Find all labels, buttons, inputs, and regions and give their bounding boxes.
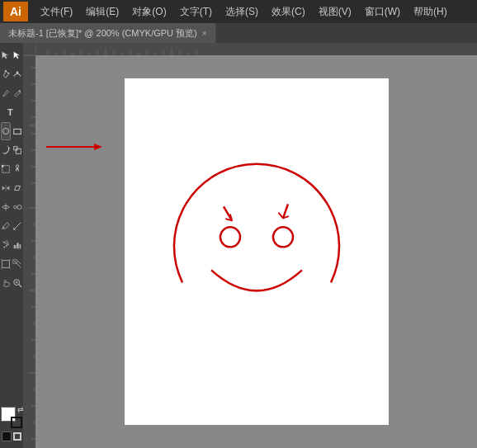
warp-tool-row [1,160,22,178]
eyedropper-tool-row [1,217,22,235]
svg-point-68 [220,227,240,247]
paintbrush-tool[interactable] [1,84,11,102]
canvas-page [125,78,389,425]
svg-rect-4 [14,129,21,134]
svg-point-10 [14,205,17,208]
tab-strip: 未标题-1 [已恢复]* @ 200% (CMYK/GPU 预览) × [0,23,477,43]
direct-selection-tool[interactable] [12,46,22,64]
free-transform-tool[interactable] [1,160,11,178]
brush-tool-row [1,84,22,102]
svg-rect-18 [2,261,10,268]
symbol-spray-tool[interactable] [1,236,11,254]
svg-point-9 [16,165,18,167]
svg-rect-16 [17,243,19,248]
rotate-tool[interactable] [1,141,11,159]
shape-tool-row [1,122,22,140]
svg-rect-21 [23,43,477,55]
curvature-tool[interactable] [12,65,22,83]
reflect-tool[interactable] [1,179,11,197]
selection-tool[interactable] [1,46,11,64]
blend-tool[interactable] [12,198,22,216]
svg-point-14 [7,243,9,245]
menu-view[interactable]: 视图(V) [313,3,357,21]
main-area: T [0,43,477,448]
svg-point-3 [2,128,8,134]
color-boxes[interactable]: ⇄ [1,407,22,428]
menu-type[interactable]: 文字(T) [174,3,218,21]
menu-help[interactable]: 帮助(H) [408,3,453,21]
color-section: ⇄ [1,407,22,445]
ruler-left [23,43,35,448]
ruler-top [23,43,477,55]
none-color-icon[interactable] [13,432,21,441]
pen-tool-row [1,65,22,83]
document-tab[interactable]: 未标题-1 [已恢复]* @ 200% (CMYK/GPU 预览) × [0,23,216,43]
transform-tool-row [1,141,22,159]
canvas-area[interactable] [23,43,477,448]
smiley-drawing [158,150,356,334]
menu-edit[interactable]: 编辑(E) [80,3,125,21]
rectangle-tool[interactable] [12,122,22,140]
shear-tool[interactable] [12,179,22,197]
tool-annotation-arrow [46,142,104,152]
menu-object[interactable]: 对象(O) [126,3,172,21]
svg-rect-17 [20,244,21,248]
reflect-tool-row [1,179,22,197]
tab-title: 未标题-1 [已恢复]* @ 200% (CMYK/GPU 预览) [8,27,197,40]
artboard-tool-row [1,255,22,273]
measure-tool[interactable] [12,217,22,235]
tab-close-button[interactable]: × [202,29,207,38]
left-toolbar: T [0,43,23,448]
puppet-warp-tool[interactable] [12,160,22,178]
column-graph-tool[interactable] [12,236,22,254]
svg-point-0 [5,70,7,72]
menu-file[interactable]: 文件(F) [35,3,78,21]
slice-tool[interactable] [12,255,22,273]
hand-tool-row [1,274,22,292]
zoom-tool[interactable] [12,274,22,292]
pencil-tool[interactable] [12,84,22,102]
svg-rect-8 [2,165,4,167]
menu-window[interactable]: 窗口(W) [359,3,406,21]
width-tool[interactable] [1,198,11,216]
eyedropper-tool[interactable] [1,217,11,235]
scale-tool[interactable] [12,141,22,159]
svg-point-12 [3,247,5,248]
type-tool[interactable]: T [1,103,22,121]
menu-bar: Ai 文件(F) 编辑(E) 对象(O) 文字(T) 选择(S) 效果(C) 视… [0,0,477,23]
svg-point-1 [17,72,19,74]
width-tool-row [1,198,22,216]
ellipse-tool[interactable] [1,122,11,140]
ai-logo: Ai [3,2,28,21]
artboard-tool[interactable] [1,255,11,273]
svg-text:T: T [7,107,13,117]
svg-marker-71 [94,144,102,150]
menu-select[interactable]: 选择(S) [220,3,264,21]
tab-bar: 未标题-1 [已恢复]* @ 200% (CMYK/GPU 预览) × [0,23,477,43]
svg-rect-15 [14,245,17,248]
selection-tool-row [1,46,22,64]
svg-rect-42 [23,43,35,448]
svg-rect-6 [16,149,21,153]
default-colors-icon[interactable] [2,431,12,441]
svg-point-69 [273,227,293,247]
pen-tool[interactable] [1,65,11,83]
symbol-tool-row [1,236,22,254]
svg-point-13 [6,245,7,247]
stroke-color-box[interactable] [11,417,22,428]
hand-tool[interactable] [1,274,11,292]
menu-effect[interactable]: 效果(C) [266,3,311,21]
